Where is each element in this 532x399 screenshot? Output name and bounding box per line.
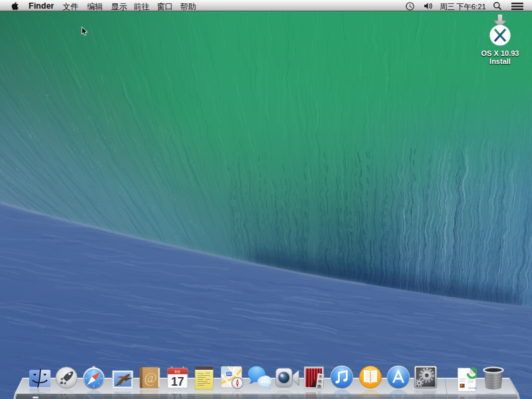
svg-text:@: @ <box>144 370 157 386</box>
svg-text:280: 280 <box>226 372 232 376</box>
svg-text:OS X Mavericks: OS X Mavericks <box>468 396 477 398</box>
svg-text:17: 17 <box>171 375 184 388</box>
svg-text:8月: 8月 <box>175 370 181 374</box>
svg-text:17: 17 <box>171 391 184 399</box>
svg-text:OS X Mavericks: OS X Mavericks <box>468 387 477 390</box>
svg-text:@: @ <box>144 392 157 399</box>
